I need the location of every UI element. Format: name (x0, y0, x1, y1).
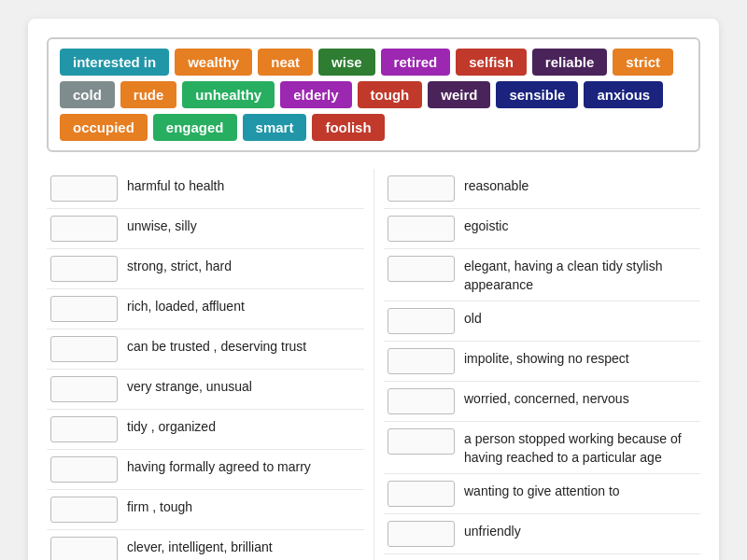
answer-input[interactable] (388, 256, 455, 282)
definition-text: reasonable (464, 175, 529, 196)
definition-text: old (464, 308, 482, 329)
definition-row: a person stopped working because of havi… (384, 422, 700, 474)
answer-input[interactable] (50, 537, 118, 560)
answer-input[interactable] (388, 308, 455, 334)
definition-row: wanting to give attention to (384, 474, 700, 514)
definition-text: unwise, silly (127, 216, 197, 236)
left-column: harmful to healthunwise, sillystrong, st… (47, 169, 374, 560)
word-chip[interactable]: sensible (496, 81, 578, 108)
word-chip[interactable]: foolish (312, 114, 384, 141)
definition-text: firm , tough (127, 497, 192, 517)
definitions-area: harmful to healthunwise, sillystrong, st… (47, 169, 700, 560)
word-chip[interactable]: neat (258, 49, 313, 76)
definition-row: reasonable (384, 169, 700, 209)
answer-input[interactable] (50, 456, 118, 483)
definition-text: can be trusted , deserving trust (127, 336, 306, 357)
definition-text: having formally agreed to marry (127, 456, 311, 477)
answer-input[interactable] (388, 175, 455, 202)
answer-input[interactable] (50, 216, 118, 242)
main-container: interested inwealthyneatwiseretiredselfi… (28, 19, 719, 560)
definition-row: harmful to health (47, 169, 364, 209)
answer-input[interactable] (50, 175, 118, 202)
definition-text: wanting to give attention to (464, 481, 620, 501)
definition-text: tidy , organized (127, 416, 216, 437)
word-chip[interactable]: reliable (532, 49, 608, 76)
definition-row: elegant, having a clean tidy stylish app… (384, 249, 700, 301)
definition-row: egoistic (384, 209, 700, 249)
answer-input[interactable] (388, 348, 455, 374)
right-column: reasonableegoisticelegant, having a clea… (374, 169, 700, 560)
word-chip[interactable]: wise (318, 49, 375, 76)
definition-text: worried, concerned, nervous (464, 388, 629, 409)
answer-input[interactable] (50, 416, 118, 442)
definition-row: worried, concerned, nervous (384, 382, 700, 422)
definition-text: clever, intelligent, brilliant (127, 537, 273, 557)
word-chip[interactable]: retired (381, 49, 451, 76)
word-chip[interactable]: interested in (60, 49, 169, 76)
definition-text: impolite, showing no respect (464, 348, 629, 369)
word-chip[interactable]: occupied (60, 114, 148, 141)
definition-row: unwise, silly (47, 209, 364, 249)
definition-text: strong, strict, hard (127, 256, 232, 276)
answer-input[interactable] (388, 428, 455, 455)
answer-input[interactable] (388, 216, 455, 242)
word-chip[interactable]: rude (120, 81, 177, 108)
word-chip[interactable]: smart (243, 114, 307, 141)
definition-row: strong, strict, hard (47, 249, 364, 289)
definition-text: unfriendly (464, 521, 521, 541)
word-chip[interactable]: tough (358, 81, 423, 108)
word-chip[interactable]: weird (428, 81, 490, 108)
answer-input[interactable] (50, 296, 118, 322)
definition-row: unfriendly (384, 514, 700, 554)
answer-input[interactable] (388, 521, 455, 547)
word-chip[interactable]: cold (60, 81, 115, 108)
definition-row: tidy , organized (47, 410, 364, 450)
answer-input[interactable] (50, 336, 118, 362)
answer-input[interactable] (388, 481, 455, 507)
definition-text: elegant, having a clean tidy stylish app… (464, 256, 697, 294)
word-chip[interactable]: engaged (153, 114, 237, 141)
definition-row: clever, intelligent, brilliant (47, 530, 364, 560)
word-chip[interactable]: wealthy (175, 49, 252, 76)
word-bank: interested inwealthyneatwiseretiredselfi… (47, 37, 700, 152)
definition-text: rich, loaded, affluent (127, 296, 245, 316)
definition-row: impolite, showing no respect (384, 342, 700, 382)
word-chip[interactable]: unhealthy (182, 81, 275, 108)
word-chip[interactable]: selfish (456, 49, 527, 76)
definition-text: a person stopped working because of havi… (464, 428, 697, 467)
word-chip[interactable]: elderly (280, 81, 351, 108)
definition-text: harmful to health (127, 175, 224, 196)
answer-input[interactable] (388, 388, 455, 414)
definition-row: old (384, 301, 700, 342)
definition-row: very strange, unusual (47, 370, 364, 410)
answer-input[interactable] (50, 497, 118, 523)
definition-row: can be trusted , deserving trust (47, 329, 364, 370)
word-chip[interactable]: strict (613, 49, 673, 76)
definition-row: rich, loaded, affluent (47, 289, 364, 329)
answer-input[interactable] (50, 376, 118, 402)
definition-row: busy, being used (384, 554, 700, 560)
definition-text: egoistic (464, 216, 508, 236)
word-chip[interactable]: anxious (584, 81, 663, 108)
definition-text: very strange, unusual (127, 376, 252, 397)
answer-input[interactable] (50, 256, 118, 282)
definition-row: having formally agreed to marry (47, 450, 364, 490)
definition-row: firm , tough (47, 490, 364, 530)
